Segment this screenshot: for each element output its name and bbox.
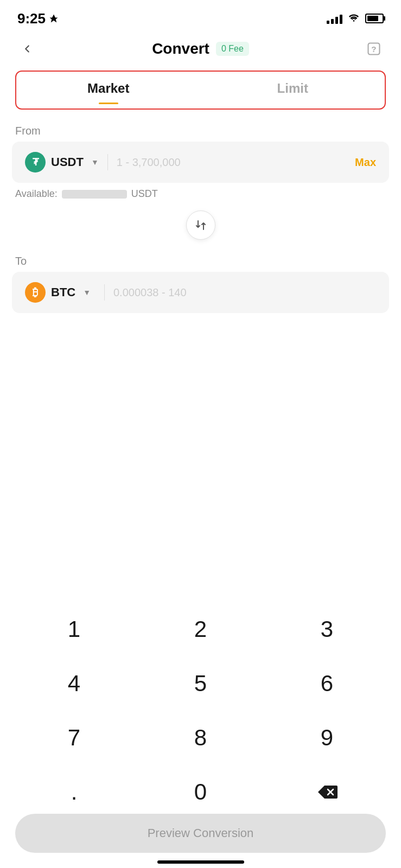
available-label: Available: (15, 188, 58, 200)
fee-badge: 0 Fee (216, 42, 249, 56)
key-3[interactable]: 3 (264, 602, 390, 656)
btc-icon: ₿ (25, 282, 46, 303)
to-label: To (0, 245, 401, 272)
from-label: From (0, 115, 401, 142)
tab-market[interactable]: Market (16, 72, 201, 108)
to-dropdown-arrow: ▼ (83, 288, 91, 297)
status-bar: 9:25 (0, 0, 401, 33)
available-currency: USDT (131, 188, 158, 200)
key-9[interactable]: 9 (264, 711, 390, 765)
key-decimal[interactable]: . (11, 765, 137, 819)
keypad-row-4: . 0 (11, 765, 390, 819)
signal-icon (327, 13, 342, 24)
key-1[interactable]: 1 (11, 602, 137, 656)
help-button[interactable]: ? (363, 38, 385, 60)
key-backspace[interactable] (264, 765, 390, 819)
tab-limit-label: Limit (277, 81, 308, 96)
tab-market-label: Market (87, 81, 129, 96)
preview-btn-label: Preview Conversion (148, 826, 254, 840)
from-currency-selector[interactable]: ₮ USDT ▼ (25, 152, 99, 173)
to-divider (104, 284, 105, 301)
page-title: Convert (152, 40, 209, 58)
available-row: Available: USDT (0, 183, 401, 205)
location-icon (49, 14, 59, 23)
from-currency-name: USDT (51, 155, 84, 169)
back-button[interactable] (16, 38, 38, 60)
time-display: 9:25 (17, 10, 46, 27)
key-0[interactable]: 0 (137, 765, 264, 819)
keypad-row-1: 1 2 3 (11, 602, 390, 656)
header: Convert 0 Fee ? (0, 33, 401, 65)
preview-conversion-button[interactable]: Preview Conversion (15, 814, 386, 853)
key-4[interactable]: 4 (11, 656, 137, 711)
wifi-svg (348, 12, 360, 22)
max-button[interactable]: Max (355, 156, 376, 169)
usdt-icon: ₮ (25, 152, 46, 173)
keypad: 1 2 3 4 5 6 7 8 9 . 0 (0, 602, 401, 819)
tab-limit[interactable]: Limit (201, 72, 385, 108)
tab-active-indicator (99, 103, 118, 104)
to-currency-selector[interactable]: ₿ BTC ▼ (25, 282, 96, 303)
from-currency-box: ₮ USDT ▼ 1 - 3,700,000 Max (12, 142, 389, 183)
key-6[interactable]: 6 (264, 656, 390, 711)
key-7[interactable]: 7 (11, 711, 137, 765)
available-amount-blurred (62, 190, 127, 199)
battery-icon (365, 14, 384, 23)
header-center: Convert 0 Fee (152, 40, 249, 58)
from-range: 1 - 3,700,000 (117, 156, 355, 169)
keypad-row-3: 7 8 9 (11, 711, 390, 765)
swap-container (0, 205, 401, 245)
wifi-icon (348, 12, 360, 25)
to-currency-name: BTC (51, 285, 75, 299)
key-8[interactable]: 8 (137, 711, 264, 765)
keypad-row-2: 4 5 6 (11, 656, 390, 711)
to-range: 0.000038 - 140 (113, 286, 376, 299)
from-dropdown-arrow: ▼ (91, 158, 99, 167)
home-indicator (157, 860, 244, 864)
tab-switcher: Market Limit (15, 71, 386, 110)
status-time: 9:25 (17, 10, 59, 27)
key-5[interactable]: 5 (137, 656, 264, 711)
to-currency-box: ₿ BTC ▼ 0.000038 - 140 (12, 272, 389, 313)
from-divider (107, 154, 108, 170)
key-2[interactable]: 2 (137, 602, 264, 656)
status-icons (327, 12, 384, 25)
svg-text:?: ? (371, 44, 376, 54)
swap-button[interactable] (186, 210, 215, 240)
